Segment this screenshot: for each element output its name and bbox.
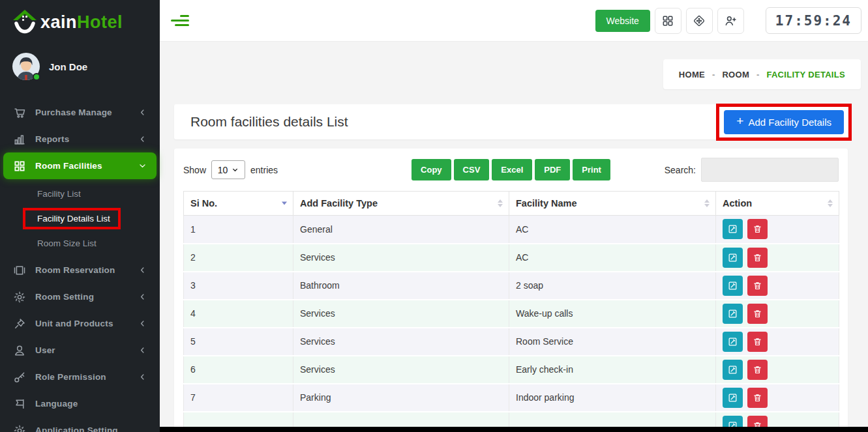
table-controls: Show 10 entries CopyCSVExcelPDFPrint Sea… <box>183 158 839 182</box>
cell-si: 4 <box>184 300 293 328</box>
sidebar-item-language[interactable]: Language <box>0 390 160 417</box>
sort-arrows-icon <box>828 199 833 207</box>
breadcrumb-item-room[interactable]: ROOM <box>722 70 749 79</box>
sidebar-item-room-setting[interactable]: Room Setting <box>0 283 160 310</box>
breadcrumb-separator: - <box>712 70 715 79</box>
cell-action <box>716 244 839 272</box>
delete-button[interactable] <box>747 276 768 296</box>
sidebar-item-label: Language <box>35 399 78 409</box>
delete-button[interactable] <box>747 248 768 268</box>
pdf-export-button[interactable]: PDF <box>535 159 570 180</box>
user-name: Jon Doe <box>49 61 87 72</box>
column-header-facility-name[interactable]: Facility Name <box>509 192 716 216</box>
breadcrumb-separator: - <box>756 70 759 79</box>
cell-action <box>716 356 839 384</box>
sidebar-item-label: Application Setting <box>35 425 118 432</box>
sidebar-item-room-reservation[interactable]: Room Reservation <box>0 257 160 283</box>
breadcrumb-item-home[interactable]: HOME <box>679 70 705 79</box>
add-user-button[interactable] <box>717 8 744 34</box>
sidebar-subitem-label: Facility Details List <box>23 208 121 229</box>
sidebar-item-reports[interactable]: Reports <box>0 126 160 152</box>
excel-export-button[interactable]: Excel <box>492 159 532 180</box>
delete-button[interactable] <box>747 360 768 380</box>
sidebar-item-label: Room Setting <box>35 292 94 302</box>
edit-button[interactable] <box>723 332 743 352</box>
column-header-add-facility-type[interactable]: Add Facility Type <box>293 192 509 216</box>
user-icon <box>13 344 26 357</box>
table-row: 2ServicesAC <box>184 244 839 272</box>
chevron-down-icon <box>138 162 147 170</box>
grid-icon <box>661 14 674 27</box>
add-facility-details-button[interactable]: + Add Facility Details <box>724 110 844 134</box>
digital-clock: 17:59:24 <box>766 7 861 34</box>
breadcrumb-item-facility-details[interactable]: FACILITY DETAILS <box>766 70 845 79</box>
bar-chart-icon <box>13 133 26 146</box>
column-header-si-no[interactable]: Si No. <box>184 192 293 216</box>
sidebar-item-role-permission[interactable]: Role Permission <box>0 364 160 390</box>
sidebar-item-user[interactable]: User <box>0 337 160 364</box>
copy-export-button[interactable]: Copy <box>412 159 451 180</box>
sidebar-subitem-label: Facility List <box>37 189 81 199</box>
table-row: 1GeneralAC <box>184 216 839 244</box>
delete-button[interactable] <box>747 304 768 324</box>
page-header-card: Room facilities details List + Add Facil… <box>174 104 848 139</box>
sidebar-item-room-facilities[interactable]: Room Facilities <box>3 152 157 179</box>
navigate-button[interactable] <box>686 8 713 34</box>
gear-icon <box>13 424 26 432</box>
brand-name: xainHotel <box>40 12 123 33</box>
chevron-left-icon <box>138 135 147 143</box>
cell-si: 7 <box>184 384 293 412</box>
cell-name: AC <box>509 216 716 244</box>
cell-name: Early check-in <box>509 356 716 384</box>
column-header-action[interactable]: Action <box>716 192 839 216</box>
cart-icon <box>13 106 26 119</box>
breadcrumb: HOME-ROOM-FACILITY DETAILS <box>663 59 861 89</box>
cell-action <box>716 328 839 356</box>
delete-button[interactable] <box>747 219 768 239</box>
sidebar-subitem-room-size-list[interactable]: Room Size List <box>0 234 160 253</box>
dashboard-grid-button[interactable] <box>655 8 681 34</box>
hamburger-menu-icon[interactable] <box>171 15 189 26</box>
cell-type: Parking <box>293 384 509 412</box>
chevron-left-icon <box>138 373 147 381</box>
sidebar-item-label: Role Permission <box>35 372 106 382</box>
chevron-left-icon <box>138 266 147 274</box>
user-profile[interactable]: Jon Doe <box>0 43 160 93</box>
sidebar-submenu: Facility ListFacility Details ListRoom S… <box>0 179 160 257</box>
cell-type: Bathroom <box>293 272 509 300</box>
sidebar-subitem-facility-list[interactable]: Facility List <box>0 184 160 203</box>
window-icon <box>13 264 26 277</box>
person-plus-icon <box>724 14 737 27</box>
search-input[interactable] <box>701 158 839 182</box>
brand-logo[interactable]: xainHotel <box>0 0 160 43</box>
sidebar-item-label: User <box>35 345 55 355</box>
cell-type: Services <box>293 244 509 272</box>
delete-button[interactable] <box>747 332 768 352</box>
csv-export-button[interactable]: CSV <box>454 159 490 180</box>
plus-icon: + <box>736 114 743 128</box>
sidebar-menu: Purchase ManageReportsRoom FacilitiesFac… <box>0 99 160 432</box>
table-row: 5ServicesRoom Service <box>184 328 839 356</box>
sidebar-subitem-facility-details-list[interactable]: Facility Details List <box>0 203 160 234</box>
grid-icon <box>13 160 26 173</box>
edit-button[interactable] <box>723 360 743 380</box>
edit-button[interactable] <box>723 388 743 408</box>
edit-button[interactable] <box>723 219 743 239</box>
cell-type: Services <box>293 300 509 328</box>
edit-button[interactable] <box>723 304 743 324</box>
move-diamond-icon <box>693 14 706 27</box>
print-export-button[interactable]: Print <box>573 159 610 180</box>
sidebar-item-application-setting[interactable]: Application Setting <box>0 417 160 432</box>
website-button[interactable]: Website <box>595 10 650 32</box>
cell-name: Room Service <box>509 328 716 356</box>
sidebar-item-label: Room Facilities <box>35 161 102 171</box>
edit-button[interactable] <box>723 276 743 296</box>
clock-time: 17:59:24 <box>775 13 852 29</box>
sidebar-item-purchase-manage[interactable]: Purchase Manage <box>0 99 160 126</box>
entries-select[interactable]: 10 <box>211 160 245 179</box>
edit-button[interactable] <box>723 248 743 268</box>
delete-button[interactable] <box>747 388 768 408</box>
cell-action <box>716 272 839 300</box>
sidebar-item-unit-and-products[interactable]: Unit and Products <box>0 310 160 337</box>
main-content: HOME-ROOM-FACILITY DETAILS Room faciliti… <box>160 42 868 432</box>
